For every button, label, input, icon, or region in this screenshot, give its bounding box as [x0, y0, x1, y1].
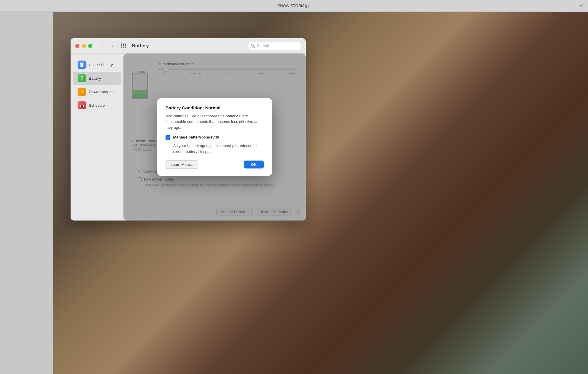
nav-buttons: ‹ › [98, 43, 116, 49]
search-box[interactable]: 🔍 Search [248, 42, 301, 50]
close-button[interactable] [75, 44, 79, 48]
sidebar-label-power-adapter: Power Adapter [89, 90, 114, 94]
usage-history-icon: 📊 [78, 61, 86, 69]
left-sidebar [0, 0, 53, 374]
sidebar-item-battery[interactable]: 🔋 Battery [73, 72, 121, 85]
modal-dialog: Battery Condition: Normal Mac batteries,… [157, 98, 272, 176]
sidebar-label-schedule: Schedule [89, 103, 105, 108]
battery-icon: 🔋 [78, 74, 86, 82]
modal-checkbox-desc: As your battery ages, peak capacity is r… [173, 143, 264, 154]
ok-button[interactable]: OK [244, 161, 264, 168]
modal-checkbox-label: Manage battery longevity [173, 135, 219, 139]
learn-more-button[interactable]: Learn More... [166, 160, 198, 169]
sidebar-item-schedule[interactable]: 📅 Schedule [73, 99, 121, 112]
search-icon: 🔍 [251, 44, 255, 48]
grid-icon[interactable] [121, 44, 126, 48]
traffic-lights [75, 44, 92, 48]
sidebar-label-usage-history: Usage History [89, 63, 113, 67]
modal-checkbox[interactable]: ✓ [166, 135, 170, 140]
power-adapter-icon: ⚡ [78, 88, 86, 96]
search-placeholder: Search [257, 44, 269, 48]
prefs-titlebar: ‹ › Battery 🔍 Search [71, 38, 306, 54]
forward-button[interactable]: › [108, 43, 116, 49]
sidebar-item-usage-history[interactable]: 📊 Usage History [73, 58, 121, 71]
prefs-main: Turn display off after: 1 min 15 min 1 h… [123, 54, 306, 221]
sidebar-label-battery: Battery [89, 76, 101, 81]
modal-body: Mac batteries, like all rechargeable bat… [166, 113, 264, 131]
prefs-window: ‹ › Battery 🔍 Search 📊 Usage History 🔋 B… [71, 38, 306, 221]
window-title: SNOW STORM.jpg [278, 4, 310, 8]
maximize-button[interactable] [88, 44, 92, 48]
prefs-content: 📊 Usage History 🔋 Battery ⚡ Power Adapte… [71, 54, 306, 221]
minimize-button[interactable] [82, 44, 86, 48]
close-icon[interactable]: ✕ [579, 3, 583, 9]
modal-overlay: Battery Condition: Normal Mac batteries,… [123, 54, 306, 221]
modal-title: Battery Condition: Normal [166, 105, 264, 110]
modal-buttons: Learn More... OK [166, 160, 264, 169]
sidebar-item-power-adapter[interactable]: ⚡ Power Adapter [73, 85, 121, 98]
prefs-sidebar: 📊 Usage History 🔋 Battery ⚡ Power Adapte… [71, 54, 123, 221]
prefs-title: Battery [132, 43, 149, 49]
schedule-icon: 📅 [78, 101, 86, 109]
top-bar: SNOW STORM.jpg ✕ [0, 0, 588, 12]
modal-checkbox-row: ✓ Manage battery longevity [166, 135, 264, 140]
back-button[interactable]: ‹ [98, 43, 106, 49]
